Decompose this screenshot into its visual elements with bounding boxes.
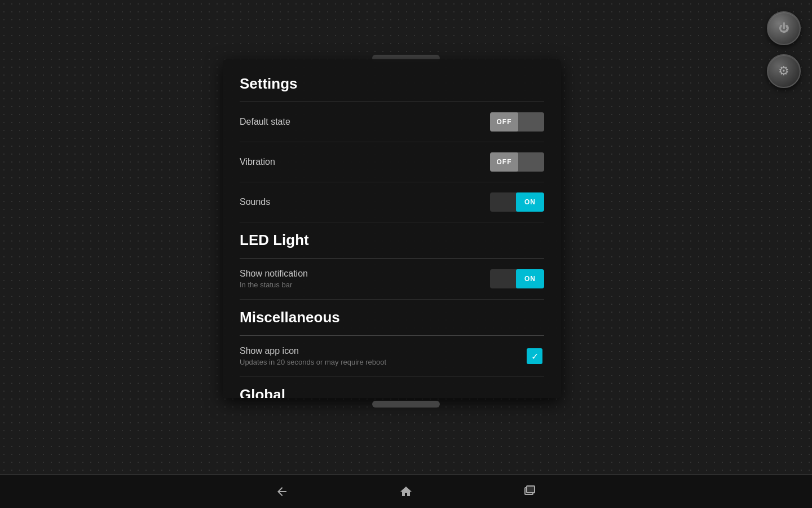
recents-button[interactable] [519, 480, 541, 503]
checkbox-checked-icon: ✓ [527, 348, 542, 364]
setting-row-show-app-icon: Show app icon Updates in 20 seconds or m… [240, 336, 544, 377]
toggle-default-state[interactable]: OFF [490, 112, 544, 132]
setting-row-vibration: Vibration OFF [240, 142, 544, 182]
gear-button[interactable]: ⚙ [767, 54, 801, 88]
toggle-off-thumb: OFF [490, 112, 518, 132]
gear-icon: ⚙ [778, 64, 789, 78]
home-icon [399, 485, 413, 498]
toggle-on-thumb-notification: ON [516, 269, 544, 288]
toggle-sounds[interactable]: ON [490, 192, 544, 212]
settings-title: Settings [240, 75, 544, 93]
toggle-rest-vibration [518, 152, 544, 172]
svg-rect-1 [527, 486, 535, 493]
toggle-vibration[interactable]: OFF [490, 152, 544, 172]
bottom-nav [0, 474, 812, 508]
setting-row-show-notification: Show notification In the status bar ON [240, 259, 544, 300]
top-right-controls: ⏻ ⚙ [767, 11, 801, 88]
setting-row-default-state: Default state OFF [240, 102, 544, 142]
power-button[interactable]: ⏻ [767, 11, 801, 45]
toggle-off-thumb-vibration: OFF [490, 152, 518, 172]
setting-row-sounds: Sounds ON [240, 182, 544, 222]
toggle-rest-sounds [490, 192, 516, 212]
back-icon [275, 485, 289, 498]
setting-label-show-app-icon: Show app icon Updates in 20 seconds or m… [240, 346, 386, 366]
toggle-on-thumb-sounds: ON [516, 192, 544, 212]
scroll-handle-bottom [372, 401, 440, 408]
toggle-rest [518, 112, 544, 132]
led-light-title: LED Light [240, 231, 544, 249]
power-icon: ⏻ [779, 23, 789, 34]
setting-label-default-state: Default state [240, 117, 290, 127]
checkbox-show-app-icon[interactable]: ✓ [525, 347, 544, 366]
toggle-rest-notification [490, 269, 516, 288]
setting-label-sounds: Sounds [240, 197, 270, 207]
misc-title: Miscellaneous [240, 309, 544, 326]
setting-label-vibration: Vibration [240, 157, 275, 167]
settings-panel: Settings Default state OFF Vibration OFF… [223, 59, 561, 398]
back-button[interactable] [271, 480, 293, 503]
home-button[interactable] [395, 480, 417, 503]
toggle-show-notification[interactable]: ON [490, 269, 544, 288]
recents-icon [523, 485, 537, 498]
global-title: Global [240, 386, 544, 398]
setting-label-show-notification: Show notification In the status bar [240, 269, 308, 289]
